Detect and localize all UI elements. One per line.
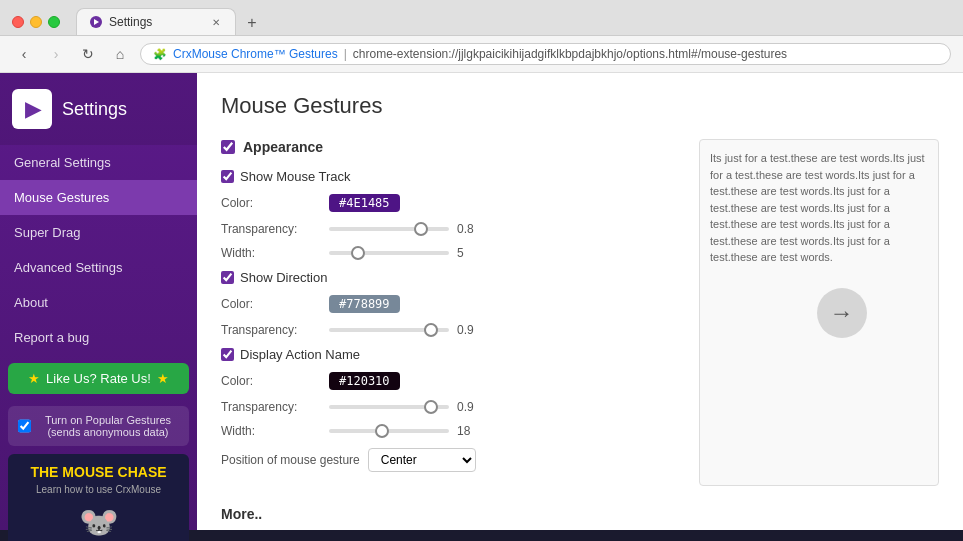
mouse-chase-title: THE MOUSE CHASE [18,464,179,480]
action-transparency-value: 0.9 [457,400,487,414]
appearance-section: Appearance [221,139,675,155]
display-action-checkbox[interactable] [221,348,234,361]
action-transparency-slider-container: 0.9 [329,400,487,414]
tab-close-button[interactable]: ✕ [209,15,223,29]
show-direction-checkbox[interactable] [221,271,234,284]
back-button[interactable]: ‹ [12,42,36,66]
sidebar-header: ▶ Settings [0,73,197,145]
mouse-chase-subtitle: Learn how to use CrxMouse [18,484,179,495]
tab-title: Settings [109,15,203,29]
position-row: Position of mouse gesture Center Top Lef… [221,448,675,472]
direction-transparency-row: Transparency: 0.9 [221,323,675,337]
sidebar-item-advanced-settings[interactable]: Advanced Settings [0,250,197,285]
direction-color-badge[interactable]: #778899 [329,295,400,313]
action-transparency-row: Transparency: 0.9 [221,400,675,414]
tab-favicon [89,15,103,29]
action-color-row: Color: #120310 [221,372,675,390]
main-layout: ▶ Settings General Settings Mouse Gestur… [0,73,963,530]
sidebar-item-about[interactable]: About [0,285,197,320]
sidebar-item-super-drag[interactable]: Super Drag [0,215,197,250]
preview-text: Its just for a test.these are test words… [710,152,925,263]
minimize-button[interactable] [30,16,42,28]
track-width-row: Width: 5 [221,246,675,260]
track-color-badge[interactable]: #4E1485 [329,194,400,212]
star-left-icon: ★ [28,371,40,386]
active-tab[interactable]: Settings ✕ [76,8,236,35]
direction-transparency-label: Transparency: [221,323,321,337]
display-action-label: Display Action Name [240,347,360,362]
page-title: Mouse Gestures [221,93,939,119]
direction-transparency-value: 0.9 [457,323,487,337]
logo-arrow-icon: ▶ [25,97,40,121]
sidebar-logo: ▶ [12,89,52,129]
action-color-badge[interactable]: #120310 [329,372,400,390]
title-bar: Settings ✕ + [0,0,963,35]
direction-color-row: Color: #778899 [221,295,675,313]
close-button[interactable] [12,16,24,28]
rate-us-button[interactable]: ★ Like Us? Rate Us! ★ [8,363,189,394]
address-separator: | [344,47,347,61]
sidebar-item-mouse-gestures[interactable]: Mouse Gestures [0,180,197,215]
action-width-label: Width: [221,424,321,438]
track-width-value: 5 [457,246,487,260]
settings-grid: Appearance Show Mouse Track Color: #4E14… [221,139,939,486]
track-transparency-value: 0.8 [457,222,487,236]
navigation-bar: ‹ › ↻ ⌂ 🧩 CrxMouse Chrome™ Gestures | ch… [0,35,963,73]
position-label: Position of mouse gesture [221,453,360,467]
rate-us-label: Like Us? Rate Us! [46,371,151,386]
popular-gestures-row: Turn on Popular Gestures (sends anonymou… [8,406,189,446]
tab-bar: Settings ✕ + [76,8,264,35]
show-mouse-track-row: Show Mouse Track [221,169,675,184]
track-width-slider-container: 5 [329,246,487,260]
sidebar-nav: General Settings Mouse Gestures Super Dr… [0,145,197,541]
mouse-chase-ad: THE MOUSE CHASE Learn how to use CrxMous… [8,454,189,541]
sidebar-title: Settings [62,99,127,120]
direction-transparency-slider[interactable] [329,328,449,332]
extension-name: CrxMouse Chrome™ Gestures [173,47,338,61]
track-transparency-label: Transparency: [221,222,321,236]
more-title: More.. [221,506,939,522]
preview-arrow-icon: → [817,288,867,338]
address-bar[interactable]: 🧩 CrxMouse Chrome™ Gestures | chrome-ext… [140,43,951,65]
star-right-icon: ★ [157,371,169,386]
action-width-slider[interactable] [329,429,449,433]
action-transparency-slider[interactable] [329,405,449,409]
appearance-checkbox[interactable] [221,140,235,154]
maximize-button[interactable] [48,16,60,28]
sidebar-item-report-bug[interactable]: Report a bug [0,320,197,355]
show-direction-row: Show Direction [221,270,675,285]
sidebar: ▶ Settings General Settings Mouse Gestur… [0,73,197,530]
show-mouse-track-checkbox[interactable] [221,170,234,183]
popular-gestures-label: Turn on Popular Gestures (sends anonymou… [37,414,179,438]
track-width-slider[interactable] [329,251,449,255]
appearance-label: Appearance [243,139,323,155]
show-mouse-track-label: Show Mouse Track [240,169,351,184]
track-color-row: Color: #4E1485 [221,194,675,212]
popular-gestures-checkbox[interactable] [18,419,31,433]
action-width-slider-container: 18 [329,424,487,438]
direction-transparency-slider-container: 0.9 [329,323,487,337]
action-transparency-label: Transparency: [221,400,321,414]
track-color-label: Color: [221,196,321,210]
position-select[interactable]: Center Top Left Top Right Bottom Left Bo… [368,448,476,472]
extension-icon: 🧩 [153,48,167,61]
show-direction-label: Show Direction [240,270,327,285]
direction-color-label: Color: [221,297,321,311]
track-transparency-row: Transparency: 0.8 [221,222,675,236]
track-transparency-slider[interactable] [329,227,449,231]
more-section: More.. Which key for Mouse Gestures: Rig… [221,506,939,530]
action-width-value: 18 [457,424,487,438]
display-action-row: Display Action Name [221,347,675,362]
forward-button[interactable]: › [44,42,68,66]
action-color-label: Color: [221,374,321,388]
content-area: Mouse Gestures Appearance Show Mouse Tra… [197,73,963,530]
new-tab-button[interactable]: + [240,11,264,35]
track-width-label: Width: [221,246,321,260]
reload-button[interactable]: ↻ [76,42,100,66]
preview-box: Its just for a test.these are test words… [699,139,939,486]
sidebar-item-general-settings[interactable]: General Settings [0,145,197,180]
address-url: chrome-extension://jjlgkpaicikihijadgifk… [353,47,787,61]
track-transparency-slider-container: 0.8 [329,222,487,236]
home-button[interactable]: ⌂ [108,42,132,66]
settings-form: Appearance Show Mouse Track Color: #4E14… [221,139,675,486]
